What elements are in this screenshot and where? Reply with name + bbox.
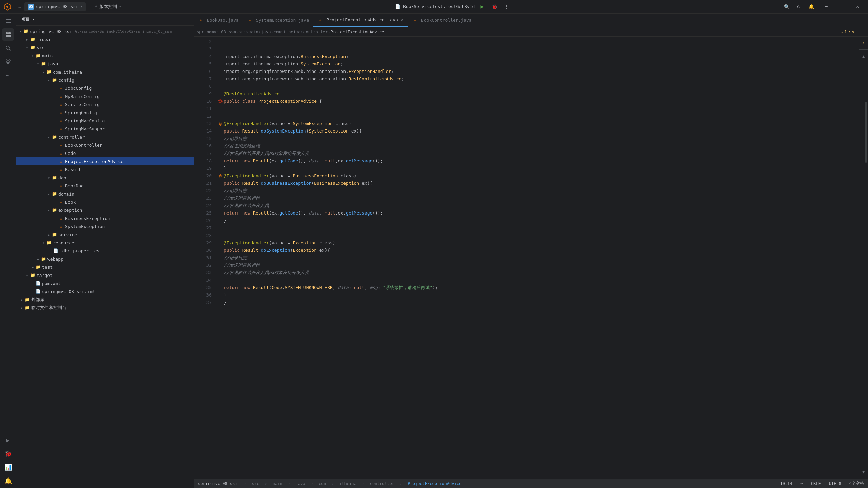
debug-button[interactable]: 🐞 [490, 2, 499, 12]
warning-nav-up[interactable]: ∧ [848, 29, 851, 34]
window-actions: 🔍 ⚙ 🔔 [782, 2, 816, 12]
line-marker-13[interactable]: @ [217, 120, 224, 127]
line-marker-20[interactable]: @ [217, 172, 224, 180]
activity-icon-debug[interactable]: 🐞 [2, 447, 14, 460]
tab-projexc-close[interactable]: ✕ [400, 17, 404, 23]
tree-idea[interactable]: ▶ 📁 .idea [16, 35, 194, 43]
tree-springconfig[interactable]: ☕ SpringConfig [16, 108, 194, 117]
root-folder-icon: 📁 [23, 28, 28, 34]
tree-result[interactable]: ☕ Result [16, 165, 194, 174]
tree-src[interactable]: ▾ 📁 src [16, 43, 194, 52]
breadcrumb-item-itheima[interactable]: itheima [283, 29, 301, 34]
more-run-options[interactable]: ⋮ [502, 2, 511, 12]
right-panel-notifications[interactable]: ⚠ [860, 39, 867, 47]
code-line-14: public Result doSystemException(SystemEx… [217, 127, 859, 135]
minimize-button[interactable]: ─ [818, 1, 834, 12]
idea-arrow: ▶ [24, 37, 30, 42]
tree-bookcontroller[interactable]: ☕ BookController [16, 141, 194, 149]
right-panel-scroll-top[interactable]: ▲ [860, 53, 867, 60]
tree-java[interactable]: ▾ 📁 java [16, 60, 194, 68]
breadcrumb-item-com[interactable]: com [273, 29, 281, 34]
tree-jdbcprops[interactable]: 📄 jdbc.properties [16, 247, 194, 255]
activity-icon-project[interactable] [2, 28, 14, 41]
project-tree[interactable]: ▾ 📁 springmvc_08_ssm G:\ssmcode\SpringMV… [16, 26, 194, 488]
breadcrumb-item-controller[interactable]: controller [303, 29, 328, 34]
search-everywhere-button[interactable]: 🔍 [782, 2, 791, 12]
status-controller: controller [370, 481, 394, 486]
status-encoding[interactable]: UTF-8 [828, 481, 843, 486]
activity-icon-find[interactable] [2, 42, 14, 54]
tab-projectexceptionadvice[interactable]: ☕ ProjectExceptionAdvice.java ✕ [313, 14, 408, 27]
breadcrumb-item-project[interactable]: springmvc_08_ssm [197, 29, 236, 34]
breadcrumb-item-src[interactable]: src [238, 29, 246, 34]
tree-com-itheima[interactable]: ▾ 📁 com.itheima [16, 68, 194, 76]
tree-main[interactable]: ▾ 📁 main [16, 52, 194, 60]
right-panel-scroll-bottom[interactable]: ▼ [860, 468, 867, 476]
code-editor[interactable]: 2345678910111213141516171819202122232425… [194, 37, 868, 479]
tree-root[interactable]: ▾ 📁 springmvc_08_ssm G:\ssmcode\SpringMV… [16, 27, 194, 35]
tree-springmvcsupport[interactable]: ☕ SpringMvcSupport [16, 125, 194, 133]
hamburger-menu[interactable]: ≡ [15, 2, 24, 12]
tree-pomxml[interactable]: 📄 pom.xml [16, 279, 194, 287]
breadcrumb-item-java[interactable]: java [261, 29, 271, 34]
tree-external-libs[interactable]: ▶ 📁 外部库 [16, 296, 194, 304]
notifications-button[interactable]: 🔔 [806, 2, 816, 12]
line-marker-10[interactable]: 🫘 [217, 98, 224, 105]
tree-systemexception[interactable]: ☕ SystemException [16, 222, 194, 230]
breadcrumb-item-class[interactable]: ProjectExceptionAdvice [330, 29, 384, 34]
tree-jdbcconfig[interactable]: ☕ JdbcConfig [16, 84, 194, 92]
warning-indicator[interactable]: ⚠ 1 ∧ ∨ [841, 29, 854, 34]
run-button[interactable]: ▶ [477, 2, 487, 12]
tree-servletconfig[interactable]: ☕ ServletConfig [16, 100, 194, 108]
activity-icon-profiler[interactable]: 📊 [2, 461, 14, 473]
exception-arrow: ▾ [46, 207, 52, 213]
code-line-25: return new Result(ex.getCode(), data: nu… [217, 209, 859, 217]
maximize-button[interactable]: □ [834, 1, 850, 12]
tree-springmvcconfig[interactable]: ☕ SpringMvcConfig [16, 117, 194, 125]
com-arrow: ▾ [41, 69, 46, 75]
warning-nav-down[interactable]: ∨ [852, 29, 854, 34]
tab-systemexception[interactable]: ☕ SystemException.java [243, 14, 314, 27]
root-arrow: ▾ [18, 28, 23, 34]
tree-dao[interactable]: ▾ 📁 dao [16, 174, 194, 182]
project-selector[interactable]: SS springmvc_08_ssm ▾ [24, 2, 86, 11]
activity-icon-menu[interactable] [2, 15, 14, 27]
activity-icon-vcs[interactable] [2, 56, 14, 68]
tree-businessexception[interactable]: ☕ BusinessException [16, 214, 194, 222]
activity-icon-run[interactable]: ▶ [2, 434, 14, 446]
tree-resources[interactable]: ▾ 📁 resources [16, 239, 194, 247]
tree-iml[interactable]: 📄 springmvc_08_ssm.iml [16, 287, 194, 296]
tree-controller[interactable]: ▾ 📁 controller [16, 133, 194, 141]
status-line-ending[interactable]: CRLF [810, 481, 822, 486]
code-line-24: //发送邮件给开发人员 [217, 202, 859, 209]
tree-book[interactable]: ☕ Book [16, 198, 194, 206]
tree-projectexceptionadvice[interactable]: ☕ ProjectExceptionAdvice [16, 157, 194, 165]
breadcrumb-item-main[interactable]: main [249, 29, 258, 34]
status-indent[interactable]: 4个空格 [848, 481, 865, 486]
tree-code[interactable]: ☕ Code [16, 149, 194, 157]
tree-bookdao[interactable]: ☕ BookDao [16, 182, 194, 190]
tree-exception[interactable]: ▾ 📁 exception [16, 206, 194, 214]
code-content[interactable]: import com.itheima.exception.BusinessExc… [214, 37, 859, 479]
controller-arrow: ▾ [46, 134, 52, 140]
tree-test[interactable]: ▶ 📁 test [16, 263, 194, 271]
tab-bookdao[interactable]: ☕ BookDao.java [194, 14, 243, 27]
tab-more-button[interactable]: ⋮ [856, 14, 868, 26]
settings-button[interactable]: ⚙ [794, 2, 804, 12]
tree-config[interactable]: ▾ 📁 config [16, 76, 194, 84]
tab-bookcontroller[interactable]: ☕ BookController.java [408, 14, 476, 27]
tab-bar: ☕ BookDao.java ☕ SystemException.java ☕ … [194, 14, 868, 27]
tree-service[interactable]: ▶ 📁 service [16, 230, 194, 239]
vcs-button[interactable]: ⑂ 版本控制 ▾ [91, 2, 124, 11]
tree-mybatisconfig[interactable]: ☕ MyBatisConfig [16, 92, 194, 100]
tree-domain[interactable]: ▾ 📁 domain [16, 190, 194, 198]
activity-icon-notifications[interactable]: 🔔 [2, 474, 14, 487]
status-encoding-indicator[interactable]: ⌨ [799, 481, 804, 486]
status-position[interactable]: 10:14 [778, 481, 793, 486]
activity-icon-more[interactable]: ⋯ [2, 69, 14, 81]
tree-scratch[interactable]: ▶ 📁 临时文件和控制台 [16, 304, 194, 312]
tree-target[interactable]: ▾ 📁 target [16, 271, 194, 279]
status-project[interactable]: springmvc_08_ssm [197, 481, 239, 486]
tree-webapp[interactable]: ▶ 📁 webapp [16, 255, 194, 263]
close-button[interactable]: ✕ [850, 1, 865, 12]
